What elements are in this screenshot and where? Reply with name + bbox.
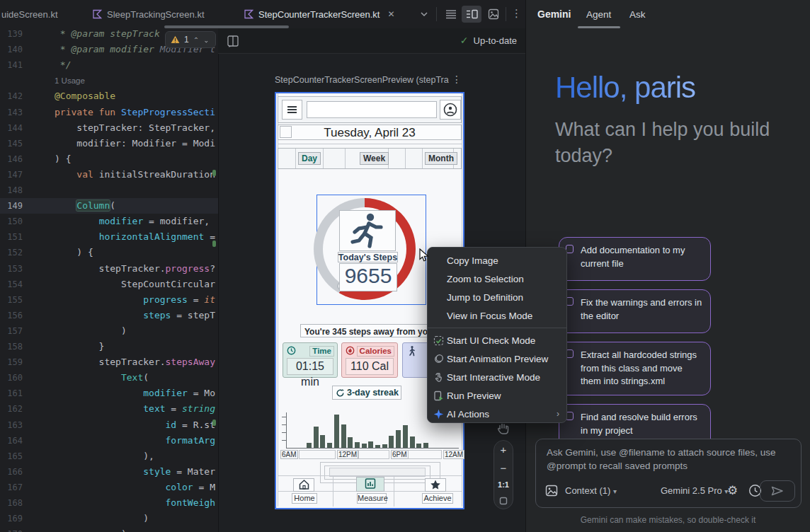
step-bar-chart[interactable] [307, 415, 428, 448]
steps-value-box: 9655 [339, 263, 397, 291]
x-label: 6AM [280, 450, 298, 459]
tab-stepcountertrackerscreen[interactable]: StepCounterTrackerScreen.kt ✕ [244, 0, 395, 28]
preview-title[interactable]: StepCounterTrackerScreenPreview (stepTra… [275, 75, 449, 85]
axis-tick [282, 424, 286, 425]
toolbar-separator [436, 7, 437, 21]
code-view-button[interactable] [442, 6, 460, 23]
gear-icon[interactable]: ⚙ [727, 483, 738, 498]
wireframe-line [295, 149, 296, 168]
nav-achieve-button[interactable] [425, 478, 446, 492]
code-line: 142@Composable [0, 88, 218, 104]
nav-measure-label: Measure [357, 493, 387, 504]
gemini-input-box[interactable]: Ask Gemini, use @filename to attach sour… [535, 439, 802, 508]
menu-item-run-preview[interactable]: Run Preview [428, 386, 566, 405]
stat-card-calories[interactable]: Calories 110 Cal [341, 342, 398, 378]
prev-warning-icon[interactable]: ⌃ [193, 36, 199, 44]
chart-bar [307, 443, 312, 448]
suggestion-card-fix-warnings[interactable]: Fix the warnings and errors in the edito… [559, 289, 711, 333]
code-line: 151 horizontalAlignment = [0, 229, 218, 245]
chart-x-labels: 6AM 12PM 6PM 12AM [280, 450, 462, 459]
streak-badge[interactable]: 3-day streak [332, 386, 401, 400]
segment-week[interactable]: Week [360, 152, 389, 165]
code-line: 152 ) { [0, 245, 218, 260]
change-marker [212, 241, 216, 247]
menu-item-ai-actions[interactable]: AI Actions › [428, 405, 566, 423]
code-line: 162 text = string [0, 401, 218, 417]
split-view-button[interactable] [462, 6, 481, 23]
menu-separator [428, 328, 566, 328]
inspection-widget[interactable]: 1 ⌃ ⌃ [165, 31, 216, 48]
split-editor-icon [466, 9, 478, 19]
chart-bar [341, 424, 346, 448]
segment-day[interactable]: Day [298, 152, 321, 165]
menu-item-start-ui-check-mode[interactable]: Start UI Check Mode [428, 331, 566, 349]
home-icon [298, 479, 310, 490]
bar-chart-icon [364, 478, 377, 490]
send-button[interactable] [760, 480, 795, 502]
star-icon [429, 479, 442, 490]
input-placeholder: Ask Gemini, use @filename to attach sour… [547, 446, 796, 473]
wireframe-line [278, 475, 462, 476]
stat-card-time[interactable]: Time 01:15 min [283, 342, 338, 378]
menu-item-copy-image[interactable]: Copy Image [428, 251, 566, 270]
wireframe-line [323, 149, 324, 168]
code-line: 147 val initialStreakDuration [0, 167, 218, 183]
gemini-panel: Gemini Agent Ask Hello, paris What can I… [525, 0, 810, 532]
tab-agent[interactable]: Agent [586, 9, 611, 20]
zoom-ratio[interactable]: 1:1 [498, 480, 509, 489]
tab-guidescreen[interactable]: uideScreen.kt [1, 0, 58, 28]
kebab-menu-icon[interactable]: ⋮ [511, 7, 522, 20]
code-line: 160 Text( [0, 370, 218, 386]
tab-sleeptrackingscreen[interactable]: SleepTrackingScreen.kt [92, 0, 205, 28]
next-warning-icon[interactable]: ⌃ [203, 36, 209, 44]
fire-icon [346, 346, 355, 355]
nav-measure-button[interactable] [356, 477, 384, 492]
search-field[interactable] [307, 101, 437, 118]
menu-item-view-in-focus-mode[interactable]: View in Focus Mode [428, 306, 566, 325]
model-selector[interactable]: Gemini 2.5 Pro ▾ [661, 485, 728, 496]
suggestion-card-documentation[interactable]: Add documentation to my current file [559, 237, 711, 281]
menu-button[interactable] [282, 100, 302, 120]
suggestion-card-extract-strings[interactable]: Extract all hardcoded strings from this … [559, 342, 711, 395]
zoom-in-button[interactable]: + [501, 444, 507, 455]
profile-button[interactable] [440, 100, 461, 120]
menu-item-start-animation-preview[interactable]: Start Animation Preview [428, 349, 566, 368]
axis-tick [282, 417, 286, 417]
zoom-out-button[interactable]: − [501, 463, 507, 473]
nav-home-button[interactable] [293, 478, 314, 492]
code-line: 143private fun StepProgressSecti [0, 105, 218, 120]
android-studio-window: uideScreen.kt SleepTrackingScreen.kt Ste… [0, 0, 810, 532]
code-line: 156 steps = stepT [0, 308, 218, 323]
code-line: 154 StepCountCircular [0, 277, 218, 292]
pan-hand-icon[interactable] [496, 422, 511, 435]
editor-tab-bar: uideScreen.kt SleepTrackingScreen.kt Ste… [0, 0, 525, 28]
clock-icon [287, 346, 296, 355]
layout-mode-icon[interactable] [227, 35, 240, 48]
segment-month[interactable]: Month [425, 152, 457, 165]
tab-label: StepCounterTrackerScreen.kt [258, 9, 380, 20]
code-line: 163 id = R.st [0, 417, 218, 433]
menu-item-jump-to-definition[interactable]: Jump to Definition [428, 288, 566, 306]
design-view-button[interactable] [484, 6, 503, 23]
chevron-down-icon[interactable] [419, 9, 429, 21]
walking-person-icon [407, 345, 417, 357]
wireframe-line [333, 475, 333, 507]
hamburger-icon [283, 100, 302, 119]
nav-home-label: Home [292, 493, 317, 504]
tab-ask[interactable]: Ask [629, 9, 646, 20]
preview-kebab-icon[interactable]: ⋮ [452, 74, 462, 85]
close-icon[interactable]: ✕ [387, 9, 394, 19]
menu-item-zoom-to-selection[interactable]: Zoom to Selection [428, 270, 566, 288]
tab-label: uideScreen.kt [1, 9, 58, 20]
fit-screen-icon[interactable] [499, 497, 508, 505]
context-selector[interactable]: Context (1) ▾ [565, 485, 617, 496]
code-line: 166 style = Mater [0, 464, 218, 480]
running-person-icon [340, 211, 395, 250]
code-line: 157 ) [0, 323, 218, 339]
runner-icon-box [339, 210, 396, 251]
code-editor[interactable]: 139 * @param stepTrack140 * @param modif… [0, 28, 218, 532]
preview-status: ✓ Up-to-date [460, 35, 517, 46]
menu-item-start-interactive-mode[interactable]: Start Interactive Mode [428, 368, 566, 386]
attach-image-icon[interactable] [545, 485, 558, 497]
wireframe-box [358, 450, 389, 459]
